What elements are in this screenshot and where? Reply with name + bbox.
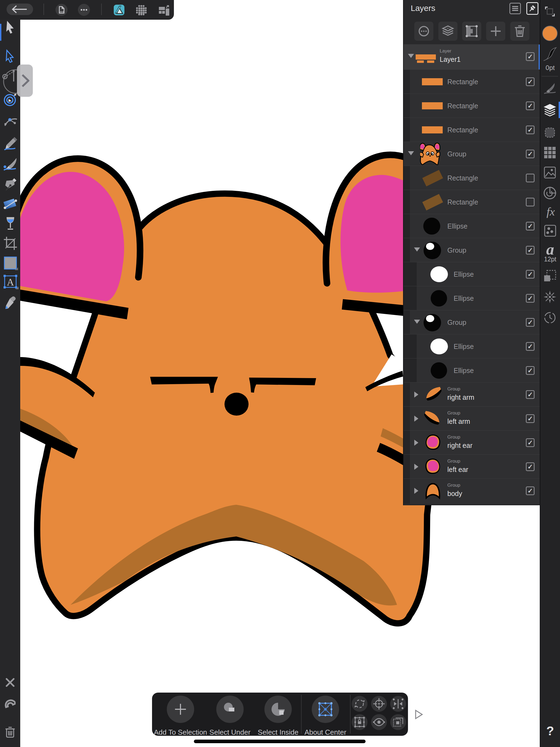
svg-text:A: A [7,277,14,288]
